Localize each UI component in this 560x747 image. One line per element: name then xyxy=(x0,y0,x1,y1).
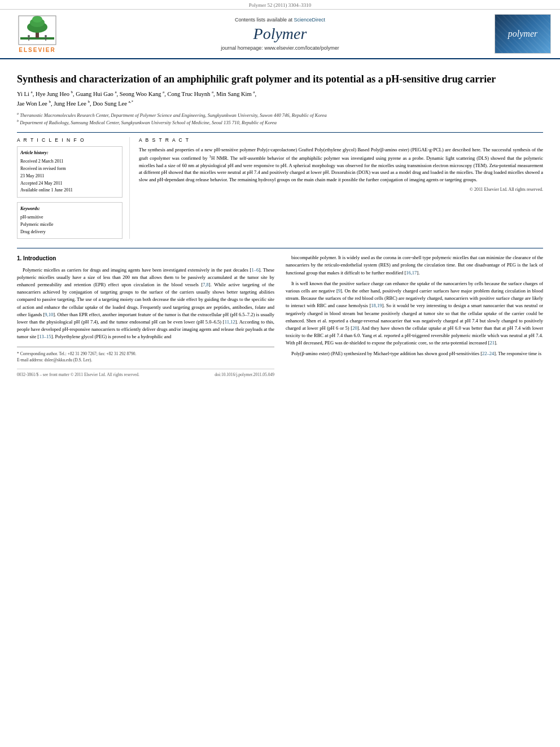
keyword-1: pH-sensitive xyxy=(20,214,119,221)
intro-para-4: Poly(β-amino ester) (PAE) synthesized by… xyxy=(286,350,543,357)
copyright-line: © 2011 Elsevier Ltd. All rights reserved… xyxy=(139,187,543,192)
received-1: Received 2 March 2011 xyxy=(20,158,119,165)
body-col-left: 1. Introduction Polymeric micelles as ca… xyxy=(17,254,274,378)
body-col-right: biocompatible polymer. It is widely used… xyxy=(286,254,543,378)
page-wrapper: Polymer 52 (2011) 3304–3310 xyxy=(0,0,560,390)
article-history-label: Article history: xyxy=(20,150,119,157)
affiliation-a: a Theranostic Macromolecules Research Ce… xyxy=(17,112,327,118)
intro-para-2: biocompatible polymer. It is widely used… xyxy=(286,254,543,277)
body-content: 1. Introduction Polymeric micelles as ca… xyxy=(17,248,543,378)
abstract-col: A B S T R A C T The synthesis and proper… xyxy=(139,137,543,239)
affiliations: a Theranostic Macromolecules Research Ce… xyxy=(17,111,543,126)
keyword-3: Drug delivery xyxy=(20,229,119,236)
keywords-label: Keywords: xyxy=(20,206,119,213)
ref-9[interactable]: 9 xyxy=(338,288,340,294)
intro-para-1: Polymeric micelles as carriers for drugs… xyxy=(17,267,274,341)
journal-homepage: journal homepage: www.elsevier.com/locat… xyxy=(65,45,495,51)
journal-header: ELSEVIER Contents lists available at Sci… xyxy=(0,10,560,59)
polymer-logo-right: polymer xyxy=(495,14,551,54)
ref-9-10[interactable]: 9,10 xyxy=(45,312,53,317)
abstract-heading: A B S T R A C T xyxy=(139,137,543,143)
copyright-footer: 0032-3861/$ – see front matter © 2011 El… xyxy=(17,372,139,378)
ref-21[interactable]: 21 xyxy=(489,340,495,346)
elsevier-tree-icon xyxy=(18,15,57,46)
corresponding-note: * Corresponding author. Tel.: +82 31 290… xyxy=(17,351,274,357)
ref-11-12[interactable]: 11,12 xyxy=(225,319,235,325)
sciencedirect-line: Contents lists available at ScienceDirec… xyxy=(65,17,495,23)
people-text: people xyxy=(17,326,30,332)
doi: doi:10.1016/j.polymer.2011.05.049 xyxy=(215,372,274,378)
article-content: Synthesis and characterization of an amp… xyxy=(0,59,560,390)
svg-point-6 xyxy=(28,35,30,37)
received-revised-label: Received in revised form xyxy=(20,165,119,173)
article-title: Synthesis and characterization of an amp… xyxy=(17,73,543,86)
svg-point-8 xyxy=(45,35,47,37)
polymer-logo-text: polymer xyxy=(508,29,537,39)
sciencedirect-link[interactable]: ScienceDirect xyxy=(294,17,326,23)
abstract-text: The synthesis and properties of a new pH… xyxy=(139,146,543,184)
keyword-2: Polymeric micelle xyxy=(20,221,119,229)
sciencedirect-text: Contents lists available at xyxy=(235,17,292,23)
article-info-col: A R T I C L E I N F O Article history: R… xyxy=(17,137,130,239)
affiliation-b: b Department of Radiology, Samsung Medic… xyxy=(17,120,277,125)
journal-id: Polymer 52 (2011) 3304–3310 xyxy=(249,2,311,8)
ref-20[interactable]: 20 xyxy=(352,325,357,331)
journal-name-header: Polymer xyxy=(65,25,495,43)
article-history: Article history: Received 2 March 2011 R… xyxy=(17,146,123,198)
article-info-heading: A R T I C L E I N F O xyxy=(17,137,123,143)
top-bar: Polymer 52 (2011) 3304–3310 xyxy=(0,0,560,10)
footer-bar: 0032-3861/$ – see front matter © 2011 El… xyxy=(17,369,274,378)
footnotes: * Corresponding author. Tel.: +82 31 290… xyxy=(17,347,274,364)
section1-heading: 1. Introduction xyxy=(17,254,274,263)
homepage-text: journal homepage: www.elsevier.com/locat… xyxy=(221,45,339,51)
elsevier-logo: ELSEVIER xyxy=(9,15,65,53)
ref-7-8[interactable]: 7,8 xyxy=(203,282,209,287)
intro-para-3: It is well known that the positive surfa… xyxy=(286,280,543,347)
ref-18-19[interactable]: 18,19 xyxy=(371,303,382,308)
email-note: E-mail address: dslee@skku.edu (D.S. Lee… xyxy=(17,357,274,363)
svg-point-4 xyxy=(32,16,42,23)
journal-center: Contents lists available at ScienceDirec… xyxy=(65,17,495,51)
received-revised-date: 23 May 2011 xyxy=(20,173,119,180)
authors-line: Yi Li a, Hye Jung Heo b, Guang Hui Gao a… xyxy=(17,89,543,108)
ref-1-6[interactable]: 1–6 xyxy=(251,267,259,273)
ref-22-24[interactable]: 22–24 xyxy=(482,351,494,356)
ref-16-17[interactable]: 16,17 xyxy=(406,270,417,276)
elsevier-label: ELSEVIER xyxy=(19,47,55,53)
article-info-abstract: A R T I C L E I N F O Article history: R… xyxy=(17,132,543,239)
ref-13-15[interactable]: 13–15 xyxy=(39,334,51,339)
accepted: Accepted 24 May 2011 xyxy=(20,180,119,187)
keywords-section: Keywords: pH-sensitive Polymeric micelle… xyxy=(17,202,123,239)
available-online: Available online 1 June 2011 xyxy=(20,187,119,194)
